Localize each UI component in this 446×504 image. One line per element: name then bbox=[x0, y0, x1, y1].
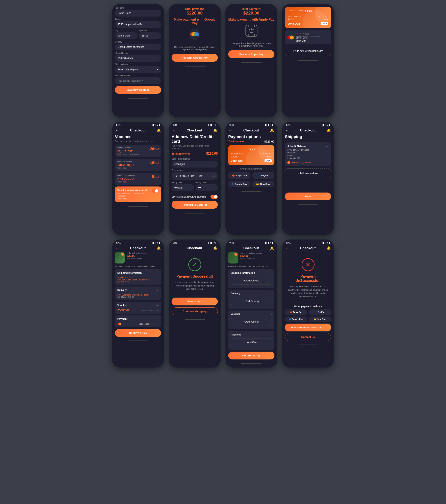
bell-icon[interactable]: 🔔 bbox=[213, 246, 217, 250]
ellipsis-icon[interactable]: ··· bbox=[326, 145, 329, 148]
wifi-icon: ▾ bbox=[157, 124, 158, 126]
apple-pay-opt[interactable]: 🍎 Apple Pay bbox=[228, 172, 251, 179]
view-orders-button[interactable]: View orders bbox=[172, 298, 218, 306]
add-address-button[interactable]: + Add Address bbox=[231, 277, 272, 285]
email-voucher-text: Be among the first to receive new vouche… bbox=[117, 193, 152, 197]
google-pay-button[interactable]: Pay with Google Pay bbox=[172, 54, 218, 62]
google-pay-title: Make payment with Google Pay bbox=[172, 18, 218, 25]
fail-apple-pay[interactable]: 🍎 Apple Pay bbox=[285, 309, 307, 315]
address-input[interactable]: 2555 Happy Hollow Rd bbox=[115, 21, 161, 28]
bell-icon[interactable]: 🔔 bbox=[327, 246, 331, 250]
nav-header-fail: ← Checkout 🔔 bbox=[282, 245, 334, 252]
bell-icon[interactable]: 🔔 bbox=[270, 128, 274, 132]
payment-edit-icon[interactable]: ··· bbox=[156, 317, 159, 321]
bell-icon[interactable]: 🔔 bbox=[270, 246, 274, 250]
bell-icon[interactable]: 🔔 bbox=[213, 128, 217, 132]
bell-icon[interactable]: 🔔 bbox=[327, 128, 331, 132]
new-card-opt[interactable]: 💳 New Card bbox=[252, 181, 275, 187]
back-button[interactable]: ← bbox=[285, 246, 289, 250]
google-pay-opt[interactable]: G Google Pay bbox=[228, 181, 251, 187]
add-delivery-button[interactable]: + Add Delivery bbox=[231, 297, 272, 305]
back-button[interactable]: ← bbox=[229, 246, 232, 250]
phone-input[interactable]: 910-620-4045 bbox=[115, 55, 161, 62]
time: 9:41 bbox=[116, 124, 121, 126]
delivery-edit-empty[interactable]: ··· bbox=[269, 292, 272, 295]
visa-brand-badge: VISA bbox=[321, 22, 328, 25]
voucher-new-user: New user voucher T3EZTNQR Terms apply 10… bbox=[115, 159, 161, 171]
status-bar-shipping: 9:41 ▌▌▌ ▾ ▮ bbox=[282, 122, 334, 127]
expiry-date2-group: Expiry Date ••• bbox=[196, 181, 218, 191]
fail-paypal[interactable]: P PayPal bbox=[309, 309, 331, 315]
wifi-icon: ▾ bbox=[270, 242, 271, 244]
voucher-change-link[interactable]: Use another voucher › bbox=[141, 309, 159, 311]
check-icon: ✓ bbox=[287, 161, 290, 164]
next-button[interactable]: Next bbox=[285, 193, 331, 200]
add-card-total-label: Total payment: bbox=[172, 152, 190, 155]
fail-text: Your payment wasn't successful. You can … bbox=[288, 285, 328, 298]
phone-payment-options: 9:41 ▌▌▌ ▾ ▮ ← Checkout 🔔 Payment option… bbox=[225, 122, 277, 235]
payment-options-grid: 🍎 Apple Pay P PayPal G Google Pay 💳 New … bbox=[228, 172, 274, 187]
apple-pay-button[interactable]: Pay with Apple Pay bbox=[228, 50, 274, 58]
expiry-date2-input[interactable]: ••• bbox=[196, 184, 218, 191]
fail-payment-methods: 🍎 Apple Pay P PayPal G Google Pay 💳 New … bbox=[285, 309, 331, 322]
add-card-button[interactable]: + Add Card bbox=[231, 338, 272, 346]
add-voucher-button[interactable]: + Add Voucher bbox=[231, 318, 272, 326]
confirm-pay-empty-button[interactable]: Confirm & Pay bbox=[228, 352, 274, 360]
google-pay-description: Use your Google ID or fingerprint to mak… bbox=[172, 46, 218, 51]
continue-shopping-button[interactable]: Continue shopping bbox=[172, 307, 218, 315]
saved-cards-button[interactable]: Pay with other saved cards bbox=[285, 324, 331, 331]
fail-new-card[interactable]: 💳 New Card bbox=[309, 317, 331, 322]
save-card-toggle[interactable] bbox=[211, 195, 218, 199]
mastercard-item[interactable]: •••• •••• •••• 2355 MONTH/YEAR CVC2/CVV2… bbox=[285, 30, 331, 44]
confirm-pay-button[interactable]: Confirm & Pay bbox=[115, 329, 161, 337]
shipping-method-select[interactable]: Free 2-day shipping ▾ bbox=[115, 66, 161, 73]
bell-icon[interactable]: 🔔 bbox=[157, 246, 161, 250]
card-number-input[interactable]: 1234 9594 4943 3942 ▭ bbox=[172, 172, 218, 180]
back-button[interactable]: ← bbox=[115, 128, 119, 132]
shipping-note-input[interactable]: Any special message ? bbox=[115, 77, 161, 84]
shipping-edit-empty[interactable]: ··· bbox=[269, 271, 272, 275]
nav-header-voucher: ← Checkout 🔔 bbox=[112, 127, 164, 134]
payment-total-amount: $220.00 bbox=[264, 140, 274, 143]
po-card-brand: VISA bbox=[265, 159, 272, 162]
country-input[interactable]: United States of America bbox=[115, 44, 161, 50]
card-holder-input[interactable]: John Quil bbox=[172, 161, 218, 167]
back-button[interactable]: ← bbox=[285, 128, 289, 132]
battery-icon: ▮ bbox=[329, 124, 330, 126]
proceed-button[interactable]: Proceed to Confirm bbox=[172, 201, 218, 209]
order-totals: Products: 4 Subtotal: $220.00 Taxes: $20… bbox=[115, 266, 161, 268]
contact-button[interactable]: Contact us bbox=[285, 333, 331, 341]
status-bar-success: 9:41 ▌▌▌ ▾ ▮ bbox=[169, 239, 221, 245]
voucher-edit-empty[interactable]: ··· bbox=[269, 312, 272, 316]
product-image: 2 bbox=[115, 252, 125, 264]
delivery-edit-icon[interactable]: ··· bbox=[156, 288, 159, 292]
google-pay-total-amount: $220.00 bbox=[172, 11, 218, 16]
full-name-input[interactable]: Sarah Smith bbox=[115, 10, 161, 17]
bell-icon[interactable]: 🔔 bbox=[157, 128, 161, 132]
voucher-code-3: AATOZZ9O bbox=[117, 177, 135, 180]
svg-point-13 bbox=[252, 29, 254, 30]
zip-input[interactable]: 28405 bbox=[139, 32, 161, 39]
voucher-edit-icon[interactable]: ··· bbox=[156, 304, 159, 307]
phone-shipping-list: 9:41 ▌▌▌ ▾ ▮ ← Checkout 🔔 Shipping bbox=[282, 122, 334, 235]
back-button[interactable]: ← bbox=[172, 246, 176, 250]
back-button[interactable]: ← bbox=[229, 128, 232, 132]
phone-group: Phone Number 910-620-4045 bbox=[115, 52, 161, 62]
add-new-address-button[interactable]: + Add new address bbox=[285, 168, 331, 179]
back-button[interactable]: ← bbox=[172, 128, 176, 132]
apple-pay-description: Use your Face ID or Fingerprint to make … bbox=[228, 42, 274, 47]
expiry-date-input[interactable]: 07/2024 bbox=[172, 184, 194, 191]
back-button[interactable]: ← bbox=[115, 246, 119, 250]
city-input[interactable]: Wilmington bbox=[115, 32, 137, 39]
payment-edit-empty[interactable]: ··· bbox=[269, 333, 272, 336]
time: 9:41 bbox=[230, 124, 234, 126]
or-divider: Or make payment with bbox=[228, 167, 274, 170]
email-voucher-toggle[interactable] bbox=[152, 189, 159, 193]
phone-add-card: 9:41 ▌▌▌ ▾ ▮ ← Checkout 🔔 Add new Debit/… bbox=[169, 122, 221, 235]
save-address-button[interactable]: Save new Address bbox=[115, 86, 161, 94]
shipping-edit-icon[interactable]: ··· bbox=[156, 271, 159, 275]
paypal-opt[interactable]: P PayPal bbox=[252, 172, 275, 179]
visa-card-name: John Quil bbox=[288, 22, 300, 25]
fail-google-pay[interactable]: G Google Pay bbox=[285, 317, 307, 322]
add-new-card-button[interactable]: + Add new Credit/Debit card bbox=[285, 46, 331, 56]
